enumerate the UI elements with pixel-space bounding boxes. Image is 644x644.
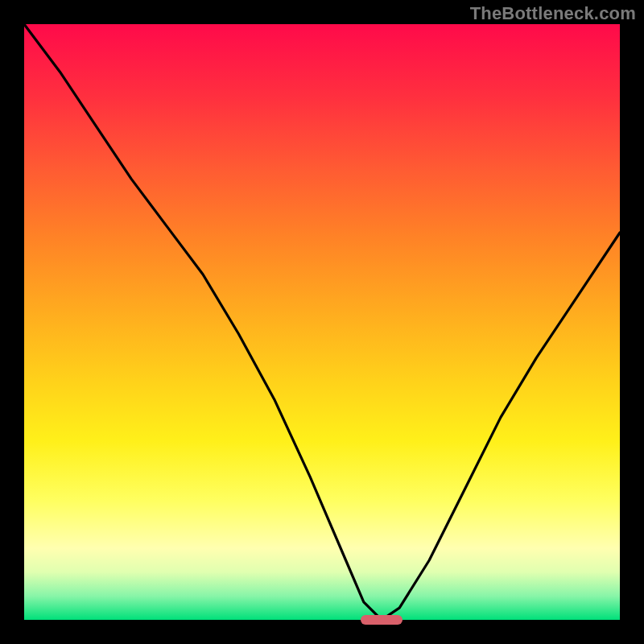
chart-frame: TheBottleneck.com	[0, 0, 644, 644]
watermark-text: TheBottleneck.com	[470, 3, 636, 24]
optimal-marker	[361, 615, 402, 625]
bottleneck-curve	[24, 24, 620, 620]
curve-path	[24, 24, 620, 620]
chart-plot-area	[24, 24, 620, 620]
